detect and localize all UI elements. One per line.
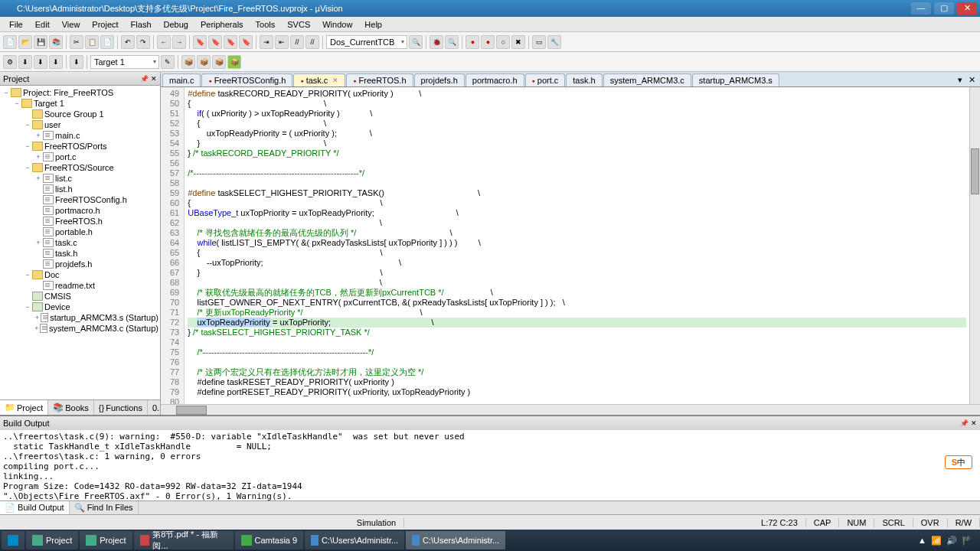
taskbar-item[interactable]: C:\Users\Administr...	[406, 531, 505, 549]
maximize-button[interactable]: ▢	[934, 2, 954, 15]
zoom-icon[interactable]: 🔍	[445, 35, 459, 49]
tab-mainc[interactable]: main.c	[162, 73, 201, 86]
project-tree[interactable]: −Project: Fire_FreeRTOS −Target 1 Source…	[0, 86, 160, 399]
menu-tools[interactable]: Tools	[250, 18, 282, 31]
code-content[interactable]: #define taskRECORD_READY_PRIORITY( uxPri…	[185, 87, 969, 404]
tab-taskc[interactable]: task.c✕	[293, 73, 345, 86]
scroll-thumb[interactable]	[971, 148, 979, 194]
menu-window[interactable]: Window	[316, 18, 358, 31]
tree-user[interactable]: −user	[2, 119, 158, 130]
tree-ports[interactable]: −FreeRTOS/Ports	[2, 141, 158, 152]
taskbar-item[interactable]: Camtasia 9	[235, 531, 304, 549]
tab-taskh[interactable]: task.h	[566, 73, 602, 86]
menu-view[interactable]: View	[56, 18, 87, 31]
manage3-icon[interactable]: 📦	[212, 55, 226, 69]
find-icon[interactable]: 🔍	[409, 35, 423, 49]
projtab-functions[interactable]: {}Functions	[94, 400, 148, 415]
tree-cfgh[interactable]: FreeRTOSConfig.h	[2, 194, 158, 205]
tree-freertosh[interactable]: FreeRTOS.h	[2, 216, 158, 227]
tray-up-icon[interactable]: ▲	[918, 536, 926, 545]
menu-file[interactable]: File	[3, 18, 29, 31]
close-button[interactable]: ✕	[957, 2, 977, 15]
save-all-icon[interactable]: 📚	[49, 35, 63, 49]
tree-root[interactable]: −Project: Fire_FreeRTOS	[2, 87, 158, 98]
projtab-project[interactable]: 📁Project	[0, 400, 48, 415]
menu-flash[interactable]: Flash	[125, 18, 158, 31]
tree-taskc[interactable]: +task.c	[2, 237, 158, 248]
tabs-close-icon[interactable]: ✕	[965, 73, 978, 86]
tree-projdefsh[interactable]: projdefs.h	[2, 259, 158, 269]
tab-projdefsh[interactable]: projdefs.h	[414, 73, 465, 86]
menu-project[interactable]: Project	[86, 18, 124, 31]
panel-close-icon[interactable]: ✕	[971, 419, 977, 427]
tree-taskh[interactable]: task.h	[2, 248, 158, 259]
build-icon[interactable]: ⬇	[18, 55, 32, 69]
taskbar-item[interactable]: C:\Users\Administr...	[305, 531, 404, 549]
open-icon[interactable]: 📂	[18, 35, 32, 49]
tree-listh[interactable]: list.h	[2, 184, 158, 194]
redo-icon[interactable]: ↷	[136, 35, 150, 49]
new-icon[interactable]: 📄	[3, 35, 17, 49]
rebuild-icon[interactable]: ⬇	[34, 55, 47, 69]
tree-listc[interactable]: +list.c	[2, 173, 158, 184]
copy-icon[interactable]: 📋	[85, 35, 99, 49]
menu-svcs[interactable]: SVCS	[281, 18, 316, 31]
manage-icon[interactable]: 📦	[181, 55, 195, 69]
outdent-icon[interactable]: ⇤	[275, 35, 289, 49]
tab-systemc[interactable]: system_ARMCM3.c	[603, 73, 691, 86]
nav-back-icon[interactable]: ←	[157, 35, 171, 49]
tree-portc[interactable]: +port.c	[2, 152, 158, 162]
translate-icon[interactable]: ⚙	[3, 55, 17, 69]
build-output[interactable]: ..\freertos\task.c(9): warning: #550-D: …	[0, 430, 980, 500]
taskbar-item[interactable]: Project	[26, 531, 78, 549]
panel-pin-icon[interactable]: 📌	[140, 75, 149, 83]
breakpoint-kill-icon[interactable]: ✖	[511, 35, 525, 49]
code-editor[interactable]: 4950515253545556575859606162636465666768…	[161, 87, 980, 404]
debug-icon[interactable]: 🐞	[430, 35, 443, 49]
tray-sound-icon[interactable]: 🔊	[946, 536, 957, 546]
target-combo[interactable]: Target 1	[90, 55, 159, 69]
menu-debug[interactable]: Debug	[158, 18, 194, 31]
system-tray[interactable]: ▲ 📶 🔊 🏴	[912, 536, 978, 546]
tray-flag-icon[interactable]: 🏴	[962, 536, 972, 546]
tree-portmacroh[interactable]: portmacro.h	[2, 205, 158, 216]
start-button[interactable]	[2, 531, 24, 549]
bookmark-prev-icon[interactable]: 🔖	[224, 35, 237, 49]
manage4-icon[interactable]: 📦	[227, 55, 241, 69]
taskbar-item[interactable]: 第8节.pdf * - 福新阅...	[134, 531, 234, 549]
taskbar-item[interactable]: Project	[80, 531, 132, 549]
tab-close-icon[interactable]: ✕	[332, 77, 338, 84]
tab-portmacroh[interactable]: portmacro.h	[466, 73, 524, 86]
manage2-icon[interactable]: 📦	[197, 55, 211, 69]
buildtab-find[interactable]: 🔍 Find In Files	[70, 501, 139, 514]
tree-source-group[interactable]: Source Group 1	[2, 109, 158, 119]
tree-mainc[interactable]: +main.c	[2, 130, 158, 141]
bookmark-icon[interactable]: 🔖	[193, 35, 207, 49]
tree-cmsis[interactable]: CMSIS	[2, 291, 158, 302]
tabs-dropdown-icon[interactable]: ▾	[955, 73, 965, 86]
download-icon[interactable]: ⬇	[70, 55, 83, 69]
menu-edit[interactable]: Edit	[29, 18, 56, 31]
tree-target[interactable]: −Target 1	[2, 98, 158, 109]
ime-indicator[interactable]: S中	[945, 455, 972, 469]
paste-icon[interactable]: 📄	[100, 35, 114, 49]
tree-device[interactable]: −Device	[2, 302, 158, 312]
tab-startups[interactable]: startup_ARMCM3.s	[692, 73, 779, 86]
tray-network-icon[interactable]: 📶	[931, 536, 942, 546]
tree-readme[interactable]: readme.txt	[2, 280, 158, 291]
tree-startup[interactable]: +startup_ARMCM3.s (Startup)	[2, 312, 158, 323]
tree-portableh[interactable]: portable.h	[2, 227, 158, 237]
tab-cfgh[interactable]: FreeRTOSConfig.h	[201, 73, 292, 86]
tab-freertosh[interactable]: FreeRTOS.h	[346, 73, 413, 86]
bookmark-clear-icon[interactable]: 🔖	[239, 35, 253, 49]
tree-source[interactable]: −FreeRTOS/Source	[2, 162, 158, 173]
tree-doc[interactable]: −Doc	[2, 269, 158, 280]
tab-portc[interactable]: port.c	[525, 73, 566, 86]
find-combo[interactable]: Dos_CurrentTCB	[326, 35, 407, 49]
horizontal-scrollbar[interactable]	[161, 404, 980, 415]
panel-pin-icon[interactable]: 📌	[960, 419, 969, 427]
vertical-scrollbar[interactable]	[969, 87, 980, 404]
indent-icon[interactable]: ⇥	[260, 35, 273, 49]
scroll-thumb[interactable]	[176, 406, 207, 415]
minimize-button[interactable]: —	[911, 2, 931, 15]
